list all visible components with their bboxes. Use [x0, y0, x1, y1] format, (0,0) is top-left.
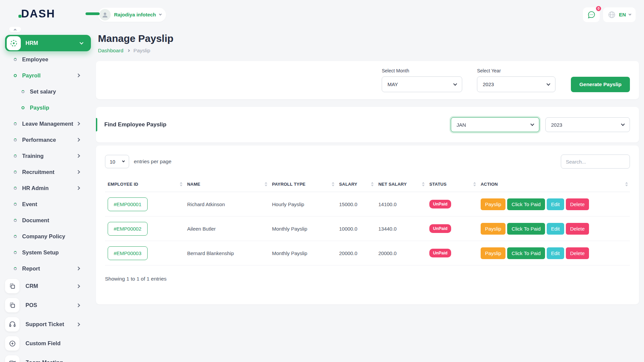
col-status[interactable]: STATUS: [427, 177, 478, 192]
month-select[interactable]: MAY: [382, 76, 462, 92]
col-name[interactable]: NAME: [184, 177, 269, 192]
chevron-right-icon: [76, 266, 80, 270]
sidebar-item-recruitment[interactable]: Recruitment: [5, 164, 91, 180]
sidebar-item-training[interactable]: Training: [5, 148, 91, 164]
messages-button[interactable]: 0: [583, 7, 600, 22]
generate-payslip-button[interactable]: Generate Payslip: [571, 77, 630, 92]
chevron-down-icon: [79, 41, 83, 44]
delete-button[interactable]: Delete: [566, 198, 589, 210]
bullet-icon: [14, 267, 17, 270]
sidebar-item-hr-admin[interactable]: HR Admin: [5, 180, 91, 196]
employee-id-button[interactable]: #EMP00002: [108, 222, 148, 236]
chevron-down-icon: [122, 160, 125, 162]
logo-dash-icon: [86, 12, 100, 15]
sidebar-item-pos[interactable]: POS: [5, 296, 91, 315]
sidebar-scroll-up[interactable]: [9, 27, 21, 32]
sidebar-item-document[interactable]: Document: [5, 212, 91, 228]
find-payslip-card: Find Employee Payslip JAN 2023: [96, 107, 639, 142]
sidebar-item-leave-management[interactable]: Leave Management: [5, 116, 91, 132]
col-payroll-type[interactable]: PAYROLL TYPE: [269, 177, 336, 192]
payslip-button[interactable]: Payslip: [481, 247, 505, 259]
company-name: Rajodiya infotech: [114, 12, 156, 17]
click-to-paid-button[interactable]: Click To Paid: [507, 247, 545, 259]
find-month-select[interactable]: JAN: [451, 117, 539, 132]
payslip-button[interactable]: Payslip: [481, 223, 505, 235]
language-selector[interactable]: EN: [603, 7, 636, 22]
sidebar-item-system-setup[interactable]: System Setup: [5, 244, 91, 260]
payroll-type: Monthly Payslip: [269, 217, 336, 241]
table-row: #EMP00002 Aileen Butler Monthly Payslip …: [105, 217, 630, 241]
col-employee-id[interactable]: EMPLOYEE ID: [105, 177, 184, 192]
edit-button[interactable]: Edit: [547, 223, 564, 235]
sidebar-item-company-policy[interactable]: Company Policy: [5, 228, 91, 244]
employee-name: Bernard Blankenship: [184, 241, 269, 265]
chevron-right-icon: [76, 122, 80, 125]
sidebar-item-custom-field[interactable]: Custom Field: [5, 334, 91, 353]
chevron-down-icon: [629, 12, 631, 15]
bullet-icon: [14, 235, 17, 238]
chevron-right-icon: [76, 138, 80, 141]
dash-logo[interactable]: DASH: [21, 7, 91, 21]
find-year-select[interactable]: 2023: [545, 117, 630, 132]
status-badge: UnPaid: [429, 249, 451, 257]
sidebar-item-report[interactable]: Report: [5, 260, 91, 277]
chevron-right-icon: [76, 303, 80, 307]
employee-name: Aileen Butler: [184, 217, 269, 241]
table-row: #EMP00003 Bernard Blankenship Monthly Pa…: [105, 241, 630, 265]
globe-icon: [608, 11, 616, 19]
topbar-actions: 0 EN: [583, 7, 636, 22]
edit-button[interactable]: Edit: [547, 247, 564, 259]
avatar: [99, 9, 111, 20]
sidebar-item-performance[interactable]: Performance: [5, 132, 91, 148]
sidebar-group-label: HRM: [25, 40, 38, 46]
sidebar-item-set-salary[interactable]: Set salary: [5, 83, 91, 100]
edit-button[interactable]: Edit: [547, 198, 564, 210]
sidebar-item-crm[interactable]: CRM: [5, 277, 91, 296]
bullet-icon: [14, 251, 17, 254]
year-select[interactable]: 2023: [477, 76, 555, 92]
language-label: EN: [619, 12, 626, 17]
generate-payslip-card: Select Month MAY Select Year 2023 Genera…: [96, 61, 639, 99]
sort-icon: [265, 182, 267, 186]
breadcrumb-current: Payslip: [133, 48, 150, 54]
net-salary: 20000.0: [376, 241, 427, 265]
status-badge: UnPaid: [429, 224, 451, 233]
net-salary: 14100.0: [376, 192, 427, 217]
payslip-table-card: 10 entries per page EMPLOYEE ID NAME PAY…: [96, 145, 639, 304]
sidebar-item-zoom-meeting[interactable]: Zoom Meeting: [5, 353, 91, 362]
sort-icon: [371, 182, 374, 186]
chevron-down-icon: [453, 82, 457, 85]
col-net-salary[interactable]: NET SALARY: [376, 177, 427, 192]
employee-id-button[interactable]: #EMP00001: [108, 197, 148, 211]
delete-button[interactable]: Delete: [566, 247, 589, 259]
chevron-down-icon: [159, 12, 162, 15]
col-action[interactable]: ACTION: [478, 177, 630, 192]
sidebar: DASH HRM Employee Payroll Set salary Pay…: [0, 0, 96, 362]
bullet-icon: [14, 122, 17, 125]
notification-badge: 0: [595, 5, 602, 12]
sidebar-group-hrm[interactable]: HRM: [5, 35, 91, 51]
sidebar-item-payslip[interactable]: Payslip: [5, 100, 91, 116]
click-to-paid-button[interactable]: Click To Paid: [507, 223, 545, 235]
breadcrumb-dashboard-link[interactable]: Dashboard: [98, 48, 123, 54]
target-icon: [7, 36, 21, 50]
sidebar-item-employee[interactable]: Employee: [5, 51, 91, 67]
payslip-button[interactable]: Payslip: [481, 198, 505, 210]
sidebar-item-event[interactable]: Event: [5, 196, 91, 212]
net-salary: 13440.0: [376, 217, 427, 241]
employee-id-button[interactable]: #EMP00003: [108, 246, 148, 260]
sidebar-item-support-ticket[interactable]: Support Ticket: [5, 315, 91, 334]
search-input[interactable]: [561, 155, 630, 169]
row-actions: Payslip Click To Paid Edit Delete: [481, 198, 628, 210]
entries-per-page-select[interactable]: 10: [105, 155, 129, 168]
breadcrumb: Dashboard Payslip: [98, 48, 639, 54]
click-to-paid-button[interactable]: Click To Paid: [507, 198, 545, 210]
bullet-icon: [14, 58, 17, 61]
company-switcher[interactable]: Rajodiya infotech: [98, 8, 166, 22]
chevron-right-icon: [76, 186, 80, 190]
delete-button[interactable]: Delete: [566, 223, 589, 235]
sidebar-item-payroll[interactable]: Payroll: [5, 67, 91, 83]
col-salary[interactable]: SALARY: [336, 177, 376, 192]
breadcrumb-separator-icon: [127, 49, 130, 52]
chevron-right-icon: [76, 154, 80, 158]
